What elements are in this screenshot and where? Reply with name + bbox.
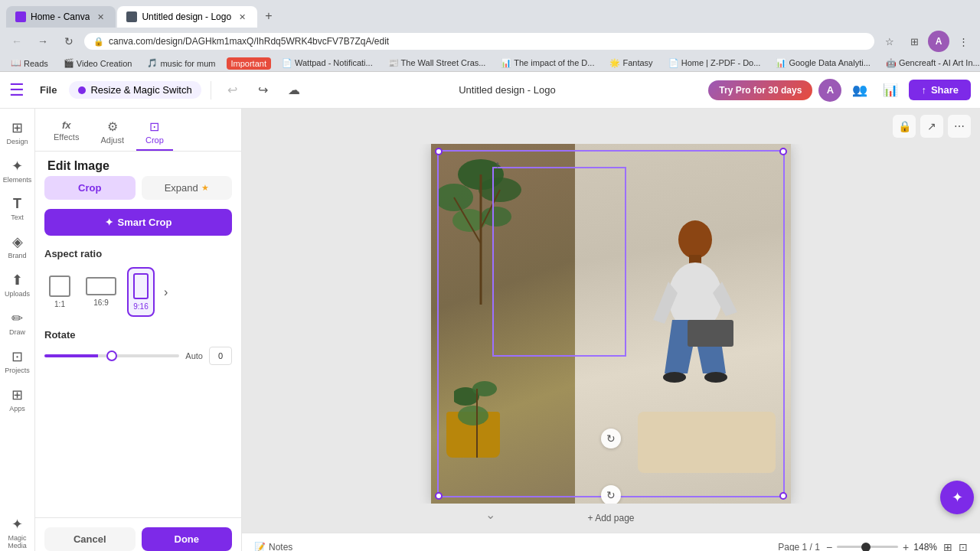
canvas-top-bar: 🔒 ↗ ⋯	[242, 109, 980, 144]
aspect-box-916	[133, 273, 149, 299]
autosave-button[interactable]: ☁	[282, 78, 306, 103]
canvas-wrapper: ↗ ↻ ↻	[242, 144, 980, 504]
bookmark-zpdf[interactable]: 📄 Home | Z-PDF - Do...	[664, 57, 766, 70]
left-sidebar-icons: ⊞ Design ✦ Elements T Text ◈ Brand ⬆ Upl…	[0, 109, 35, 551]
share-button[interactable]: ↑ Share	[909, 80, 971, 100]
zoom-in-icon[interactable]: +	[903, 541, 909, 552]
new-tab-button[interactable]: +	[259, 5, 278, 28]
tab-home-canva[interactable]: Home - Canva ✕	[6, 6, 116, 28]
redo-button[interactable]: ↪	[251, 78, 276, 103]
bookmark-gencreaft[interactable]: 🤖 Gencreaft - AI Art In...	[881, 57, 980, 70]
page-info: Page 1 / 1	[778, 542, 820, 552]
bookmark-star-icon[interactable]: ☆	[879, 31, 900, 52]
magic-media-fab[interactable]: ✦	[940, 481, 974, 514]
canvas-bottom-bar: + Add page	[242, 504, 980, 533]
collaborators-button[interactable]: 👥	[848, 78, 872, 103]
stats-button[interactable]: 📊	[878, 78, 903, 103]
refresh-button[interactable]: ↻	[58, 31, 80, 52]
main-content: ⊞ Design ✦ Elements T Text ◈ Brand ⬆ Upl…	[0, 109, 980, 551]
sidebar-item-draw[interactable]: ✏ Draw	[2, 305, 34, 341]
sidebar-item-uploads[interactable]: ⬆ Uploads	[2, 267, 34, 302]
bookmark-google-data[interactable]: 📊 Google Data Analyti...	[771, 57, 874, 70]
sidebar-item-brand[interactable]: ◈ Brand	[2, 229, 34, 264]
tab-effects[interactable]: fx Effects	[44, 115, 88, 151]
expand-button[interactable]: Expand ★	[142, 176, 233, 200]
expand-label: Expand	[165, 182, 198, 194]
notes-button[interactable]: 📝 Notes	[254, 542, 292, 552]
resize-magic-switch[interactable]: Resize & Magic Switch	[69, 81, 201, 99]
rotate-handle[interactable]: ↻	[601, 485, 621, 504]
plant-leaves	[439, 152, 523, 305]
scroll-down-indicator[interactable]: ⌄	[485, 507, 495, 522]
tab-adjust[interactable]: ⚙ Adjust	[91, 115, 133, 151]
sidebar-item-text[interactable]: T Text	[2, 191, 34, 226]
aspect-chevron-right[interactable]: ›	[161, 282, 171, 302]
bookmark-important[interactable]: Important	[227, 57, 271, 70]
file-menu[interactable]: File	[34, 81, 63, 99]
undo-button[interactable]: ↩	[220, 78, 245, 103]
try-pro-button[interactable]: Try Pro for 30 days	[708, 80, 812, 100]
aspect-box-11	[49, 276, 70, 297]
canva-app: ☰ File Resize & Magic Switch ↩ ↪ ☁ Untit…	[0, 72, 980, 551]
canvas-rotate-handle[interactable]: ↻	[601, 429, 621, 448]
brand-icon: ◈	[12, 233, 23, 250]
sidebar-item-projects[interactable]: ⊡ Projects	[2, 344, 34, 379]
svg-point-9	[472, 381, 497, 396]
crop-button[interactable]: Crop	[44, 176, 136, 200]
sidebar-item-apps[interactable]: ⊞ Apps	[2, 382, 34, 417]
back-button[interactable]: ←	[6, 31, 28, 52]
aspect-item-11[interactable]: 1:1	[44, 271, 75, 313]
done-button[interactable]: Done	[142, 527, 233, 551]
canvas-share-icon[interactable]: ↗	[920, 115, 943, 138]
elements-label: Elements	[3, 176, 32, 184]
smart-crop-button[interactable]: ✦ Smart Crop	[44, 209, 232, 236]
sidebar-item-magic-media[interactable]: ✦ Magic Media	[2, 511, 34, 551]
add-page-button[interactable]: + Add page	[251, 510, 971, 527]
canva-logo[interactable]: ☰	[9, 80, 24, 100]
forward-button[interactable]: →	[32, 31, 54, 52]
aspect-item-916[interactable]: 9:16	[127, 267, 155, 317]
tab-bar: Home - Canva ✕ Untitled design - Logo ✕ …	[0, 0, 980, 28]
projects-label: Projects	[5, 367, 30, 374]
url-bar[interactable]: 🔒 canva.com/design/DAGHkm1maxQ/IhRdq5WRK…	[84, 33, 874, 50]
zoom-out-icon[interactable]: −	[826, 541, 832, 552]
sidebar-item-elements[interactable]: ✦ Elements	[2, 153, 34, 188]
canvas-lock-icon[interactable]: 🔒	[893, 115, 916, 138]
aspect-label-916: 9:16	[133, 302, 148, 311]
page-info-container: Page 1 / 1	[778, 542, 820, 552]
sidebar-item-design[interactable]: ⊞ Design	[2, 115, 34, 150]
bookmark-music[interactable]: 🎵music for mum	[142, 57, 220, 70]
bookmark-video-creation[interactable]: 🎬Video Creation	[59, 57, 137, 70]
text-icon: T	[13, 196, 21, 212]
cancel-button[interactable]: Cancel	[44, 527, 136, 551]
rotate-auto-label: Auto	[185, 351, 203, 360]
rotate-section: Rotate Auto 0	[35, 317, 241, 365]
plant-bottom	[454, 366, 500, 458]
profile-icon[interactable]: A	[928, 31, 949, 52]
bookmark-wattpad[interactable]: 📄 Wattpad - Notificati...	[277, 57, 377, 70]
notes-label: Notes	[269, 542, 292, 552]
rotate-row: Auto 0	[44, 347, 232, 365]
bookmark-reads[interactable]: 📖Reads	[6, 57, 53, 70]
canvas-more-icon[interactable]: ⋯	[948, 115, 971, 138]
tab-close-home[interactable]: ✕	[94, 11, 106, 23]
bookmark-icon-music: 🎵	[147, 58, 158, 68]
zoom-slider[interactable]	[837, 546, 898, 548]
toolbar-separator-1	[211, 81, 211, 99]
adjust-tab-icon: ⚙	[107, 119, 118, 134]
user-avatar[interactable]: A	[818, 79, 841, 102]
fullscreen-button[interactable]: ⊞	[943, 541, 952, 552]
bookmark-wsj[interactable]: 📰 The Wall Street Cras...	[384, 57, 491, 70]
tab-untitled-design[interactable]: Untitled design - Logo ✕	[117, 6, 257, 28]
grid-view-button[interactable]: ⊡	[959, 541, 968, 552]
menu-icon[interactable]: ⋮	[952, 31, 974, 52]
bookmark-impact[interactable]: 📊 The impact of the D...	[496, 57, 599, 70]
svg-point-4	[481, 207, 511, 227]
aspect-item-169[interactable]: 16:9	[81, 272, 121, 311]
canva-favicon	[15, 11, 26, 22]
extension-icon[interactable]: ⊞	[903, 31, 925, 52]
bookmark-fantasy[interactable]: 🌟 Fantasy	[605, 57, 657, 70]
rotate-slider[interactable]	[44, 354, 179, 357]
tab-crop[interactable]: ⊡ Crop	[136, 115, 173, 151]
tab-close-untitled[interactable]: ✕	[236, 11, 248, 23]
